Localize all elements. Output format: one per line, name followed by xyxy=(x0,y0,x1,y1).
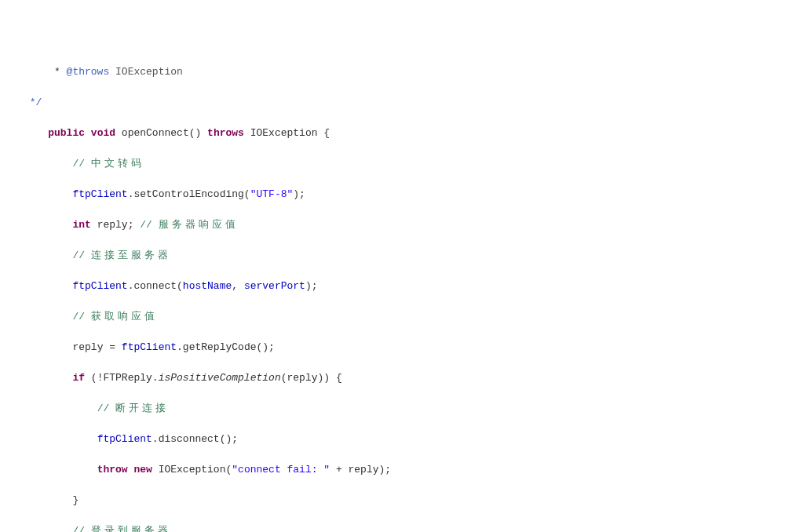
comment-chinese: 断开连接 xyxy=(115,403,169,414)
code-line: // 中文转码 xyxy=(0,156,785,172)
code-line: } xyxy=(0,493,785,508)
keyword-throw: throw xyxy=(97,464,128,476)
comment-marker: // xyxy=(72,250,90,261)
javadoc-tag: @throws xyxy=(67,66,110,78)
cond-open: (!FTPReply. xyxy=(85,372,159,384)
comment-chinese: 登录到服务器 xyxy=(91,525,171,532)
field-ftpclient: ftpClient xyxy=(72,280,127,292)
field-ftpclient: ftpClient xyxy=(72,188,127,200)
code-line: // 连接至服务器 xyxy=(0,248,785,264)
field-ftpclient: ftpClient xyxy=(122,341,177,353)
method-call: .getReplyCode(); xyxy=(177,341,275,353)
var-decl: reply; xyxy=(91,219,140,231)
method-name: openConnect() xyxy=(115,127,207,139)
comment-marker: // xyxy=(72,311,90,322)
keyword-int: int xyxy=(72,219,90,231)
javadoc-end: */ xyxy=(24,97,42,108)
code-line: public void openConnect() throws IOExcep… xyxy=(0,126,785,141)
code-line: ftpClient.setControlEncoding("UTF-8"); xyxy=(0,187,785,202)
exception-type: IOException { xyxy=(244,127,330,139)
code-line: // 断开连接 xyxy=(0,401,785,417)
concat: + reply); xyxy=(330,464,391,476)
keyword-new: new xyxy=(133,464,152,476)
comment-chinese: 连接至服务器 xyxy=(91,250,171,261)
comment-chinese: 服务器响应值 xyxy=(159,219,239,231)
code-line: // 登录到服务器 xyxy=(0,523,785,532)
method-call: .disconnect(); xyxy=(152,433,238,445)
assign: reply = xyxy=(72,341,121,353)
method-call: .setControlEncoding( xyxy=(128,188,250,200)
cond-close: (reply)) { xyxy=(281,372,342,384)
code-line: reply = ftpClient.getReplyCode(); xyxy=(0,340,785,355)
method-call: .connect( xyxy=(128,280,183,292)
field-ftpclient: ftpClient xyxy=(97,433,152,445)
javadoc-type: IOException xyxy=(115,66,183,78)
separator: , xyxy=(232,280,244,292)
brace-close: } xyxy=(72,494,78,506)
field-hostname: hostName xyxy=(183,280,232,292)
comment-marker: // xyxy=(97,403,115,414)
string-literal: "UTF-8" xyxy=(250,188,294,200)
static-method: isPositiveCompletion xyxy=(159,372,281,384)
field-serverport: serverPort xyxy=(244,280,305,292)
code-line: ftpClient.disconnect(); xyxy=(0,432,785,447)
comment-marker: // xyxy=(72,158,90,169)
keyword-void: void xyxy=(91,127,115,139)
comment-chinese: 获取响应值 xyxy=(91,311,158,322)
code-line: ftpClient.connect(hostName, serverPort); xyxy=(0,279,785,294)
code-line: if (!FTPReply.isPositiveCompletion(reply… xyxy=(0,370,785,386)
code-line: // 获取响应值 xyxy=(0,309,785,325)
code-line: throw new IOException("connect fail: " +… xyxy=(0,462,785,478)
keyword-throws: throws xyxy=(207,127,244,139)
close: ); xyxy=(305,280,318,292)
keyword-public: public xyxy=(48,127,85,139)
code-line: * @throws IOException xyxy=(0,64,785,80)
comment-marker: // xyxy=(72,525,90,532)
ctor: IOException( xyxy=(152,464,232,476)
comment-marker: // xyxy=(140,219,158,231)
keyword-if: if xyxy=(72,372,85,384)
comment-chinese: 中文转码 xyxy=(91,158,144,169)
string-literal: "connect fail: " xyxy=(232,464,330,476)
close: ); xyxy=(293,188,305,200)
code-line: */ xyxy=(0,95,785,111)
code-line: int reply; // 服务器响应值 xyxy=(0,217,785,233)
